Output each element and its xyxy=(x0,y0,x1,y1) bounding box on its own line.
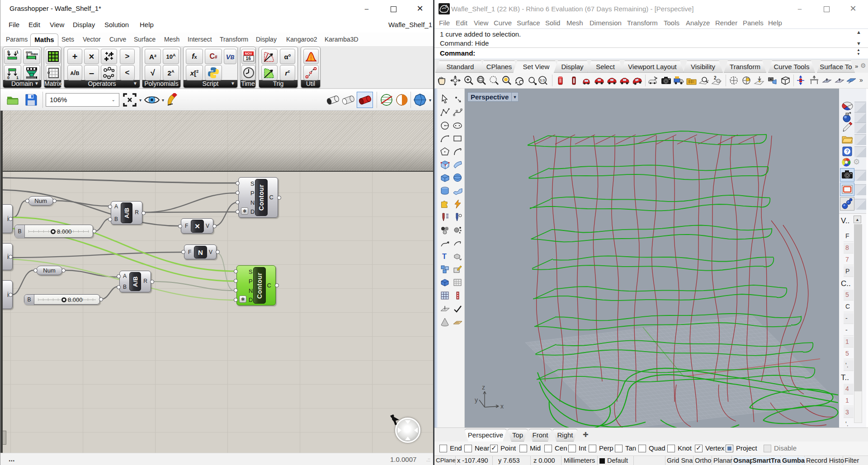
svg-text:x: x xyxy=(500,403,504,410)
svg-text:T: T xyxy=(442,253,447,260)
svg-text:0: 0 xyxy=(7,75,9,80)
svg-text:16: 16 xyxy=(245,56,251,61)
svg-text:6: 6 xyxy=(445,4,448,9)
svg-text:2: 2 xyxy=(714,75,717,80)
svg-text:max: max xyxy=(31,52,38,56)
svg-text:y: y xyxy=(475,396,478,404)
svg-text:z: z xyxy=(482,384,485,391)
svg-text:NOV: NOV xyxy=(245,52,252,56)
svg-text:1: 1 xyxy=(16,50,19,54)
svg-text:?: ? xyxy=(846,149,849,154)
svg-text:1: 1 xyxy=(16,75,19,80)
svg-text:1:1: 1:1 xyxy=(540,78,545,82)
svg-text:0: 0 xyxy=(7,50,9,54)
